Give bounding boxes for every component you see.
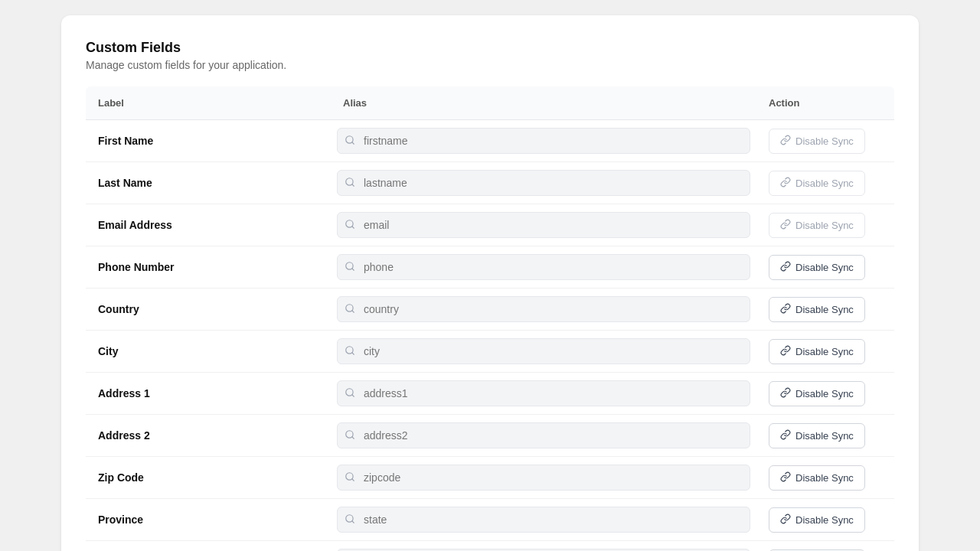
alias-input-wrapper-phone-number — [337, 254, 750, 280]
alias-input-wrapper-last-name — [337, 170, 750, 196]
action-cell-email-address: Disable Sync — [756, 213, 894, 238]
disable-sync-label-address2: Disable Sync — [795, 430, 854, 442]
label-first-name: First Name — [86, 135, 331, 147]
label-country: Country — [86, 303, 331, 315]
label-email-address: Email Address — [86, 219, 331, 231]
table-header: Label Alias Action — [86, 86, 894, 120]
table-row-last-name: Last Name — [86, 162, 894, 204]
alias-input-province[interactable] — [337, 507, 750, 533]
alias-cell-email-address — [331, 212, 756, 238]
link-icon-first-name — [780, 135, 791, 148]
action-cell-address2: Disable Sync — [756, 423, 894, 448]
alias-input-address2[interactable] — [337, 422, 750, 448]
alias-input-city[interactable] — [337, 338, 750, 364]
alias-cell-address2 — [331, 422, 756, 448]
action-cell-province: Disable Sync — [756, 507, 894, 533]
disable-sync-label-phone-number: Disable Sync — [795, 262, 854, 273]
disable-sync-label-first-name: Disable Sync — [795, 135, 854, 147]
alias-cell-zip-code — [331, 465, 756, 491]
table-row-address2: Address 2 — [86, 415, 894, 457]
table-row-timezone: Timezone — [86, 541, 894, 551]
alias-input-address1[interactable] — [337, 380, 750, 406]
disable-sync-button-address1[interactable]: Disable Sync — [769, 381, 865, 406]
label-province: Province — [86, 514, 331, 526]
alias-cell-last-name — [331, 170, 756, 196]
link-icon-city — [780, 345, 791, 358]
label-city: City — [86, 345, 331, 357]
disable-sync-button-first-name[interactable]: Disable Sync — [769, 129, 865, 154]
table-row-email-address: Email Address — [86, 204, 894, 246]
alias-input-wrapper-province — [337, 507, 750, 533]
alias-input-wrapper-address2 — [337, 422, 750, 448]
alias-input-wrapper-first-name — [337, 128, 750, 154]
table-row-province: Province — [86, 499, 894, 541]
alias-cell-first-name — [331, 128, 756, 154]
table-body: First Name — [86, 120, 894, 551]
link-icon-address2 — [780, 429, 791, 442]
header-label: Label — [86, 93, 331, 113]
disable-sync-label-zip-code: Disable Sync — [795, 472, 854, 484]
page-title: Custom Fields — [86, 40, 894, 56]
label-phone-number: Phone Number — [86, 261, 331, 273]
link-icon-province — [780, 514, 791, 527]
disable-sync-label-country: Disable Sync — [795, 304, 854, 315]
table-row-country: Country — [86, 289, 894, 331]
disable-sync-button-email-address[interactable]: Disable Sync — [769, 213, 865, 238]
label-last-name: Last Name — [86, 177, 331, 189]
label-zip-code: Zip Code — [86, 471, 331, 484]
disable-sync-label-address1: Disable Sync — [795, 388, 854, 399]
disable-sync-button-address2[interactable]: Disable Sync — [769, 423, 865, 448]
action-cell-last-name: Disable Sync — [756, 171, 894, 196]
disable-sync-button-province[interactable]: Disable Sync — [769, 507, 865, 533]
link-icon-last-name — [780, 177, 791, 190]
action-cell-city: Disable Sync — [756, 339, 894, 364]
link-icon-country — [780, 303, 791, 316]
alias-cell-address1 — [331, 380, 756, 406]
link-icon-email-address — [780, 219, 791, 232]
alias-input-last-name[interactable] — [337, 170, 750, 196]
alias-input-email-address[interactable] — [337, 212, 750, 238]
alias-input-wrapper-email-address — [337, 212, 750, 238]
table-row-address1: Address 1 — [86, 373, 894, 415]
disable-sync-label-province: Disable Sync — [795, 514, 854, 526]
link-icon-address1 — [780, 387, 791, 400]
table-row-phone-number: Phone Number — [86, 246, 894, 289]
header-action: Action — [756, 93, 894, 113]
action-cell-address1: Disable Sync — [756, 381, 894, 406]
page-subtitle: Manage custom fields for your applicatio… — [86, 59, 894, 71]
label-address2: Address 2 — [86, 429, 331, 442]
alias-input-zip-code[interactable] — [337, 465, 750, 491]
alias-input-wrapper-country — [337, 296, 750, 322]
alias-input-first-name[interactable] — [337, 128, 750, 154]
disable-sync-label-email-address: Disable Sync — [795, 220, 854, 231]
alias-cell-province — [331, 507, 756, 533]
disable-sync-button-zip-code[interactable]: Disable Sync — [769, 465, 865, 491]
table-row-city: City — [86, 331, 894, 373]
action-cell-phone-number: Disable Sync — [756, 255, 894, 280]
table-row-first-name: First Name — [86, 120, 894, 162]
disable-sync-button-city[interactable]: Disable Sync — [769, 339, 865, 364]
disable-sync-button-last-name[interactable]: Disable Sync — [769, 171, 865, 196]
alias-input-country[interactable] — [337, 296, 750, 322]
disable-sync-button-country[interactable]: Disable Sync — [769, 297, 865, 322]
main-container: Custom Fields Manage custom fields for y… — [61, 15, 919, 551]
link-icon-zip-code — [780, 471, 791, 484]
alias-input-phone-number[interactable] — [337, 254, 750, 280]
header-alias: Alias — [331, 93, 756, 113]
disable-sync-label-last-name: Disable Sync — [795, 178, 854, 189]
disable-sync-button-phone-number[interactable]: Disable Sync — [769, 255, 865, 280]
action-cell-country: Disable Sync — [756, 297, 894, 322]
alias-cell-city — [331, 338, 756, 364]
alias-cell-country — [331, 296, 756, 322]
alias-input-wrapper-address1 — [337, 380, 750, 406]
action-cell-first-name: Disable Sync — [756, 129, 894, 154]
action-cell-zip-code: Disable Sync — [756, 465, 894, 491]
alias-cell-phone-number — [331, 254, 756, 280]
alias-input-wrapper-city — [337, 338, 750, 364]
table-row-zip-code: Zip Code — [86, 457, 894, 499]
label-address1: Address 1 — [86, 387, 331, 399]
alias-input-wrapper-zip-code — [337, 465, 750, 491]
link-icon-phone-number — [780, 261, 791, 274]
disable-sync-label-city: Disable Sync — [795, 346, 854, 357]
